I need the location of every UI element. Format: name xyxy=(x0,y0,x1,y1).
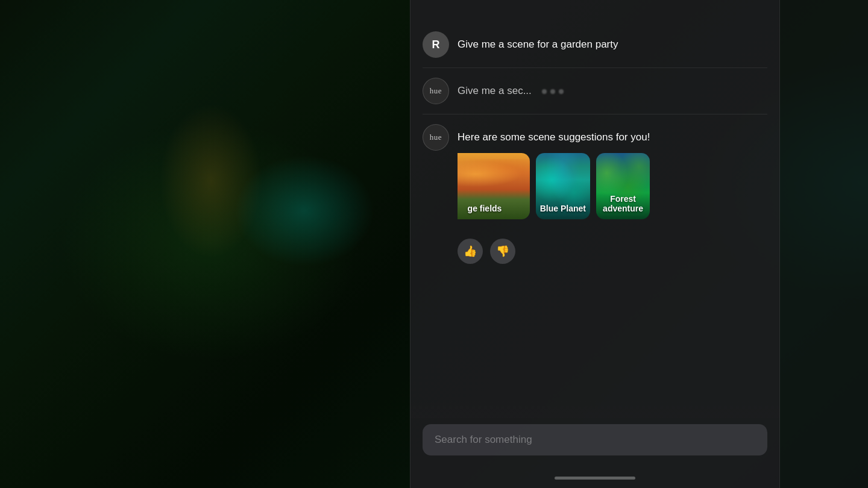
avatar-hue-1: hue xyxy=(423,78,449,104)
dot-2 xyxy=(550,89,555,94)
avatar-user: R xyxy=(423,31,449,58)
search-container xyxy=(410,418,779,468)
thumbs-down-icon: 👎 xyxy=(496,245,509,258)
message-row-hue-scenes: hue Here are some scene suggestions for … xyxy=(423,114,767,229)
search-input[interactable] xyxy=(423,424,767,455)
thumbs-down-button[interactable]: 👎 xyxy=(490,239,515,264)
loading-dots xyxy=(542,89,564,94)
scene-label-orange: ge fields xyxy=(458,204,530,213)
scene-card-blue[interactable]: Blue Planet xyxy=(536,153,590,219)
scene-cards-container: ge fields Blue Planet Forest adventure xyxy=(458,153,650,219)
chat-area: R Give me a scene for a garden party hue… xyxy=(410,12,779,400)
message-text-loading: Give me a sec... xyxy=(458,78,564,98)
scene-label-forest: Forest adventure xyxy=(596,194,650,213)
hue-logo-1: hue xyxy=(430,86,442,96)
avatar-hue-2: hue xyxy=(423,124,449,151)
phone-top xyxy=(410,0,779,12)
scene-card-forest[interactable]: Forest adventure xyxy=(596,153,650,219)
right-panel xyxy=(780,0,868,488)
bg-overlay xyxy=(0,0,410,488)
thumbs-up-icon: 👍 xyxy=(464,245,477,258)
home-bar xyxy=(555,477,635,480)
thumbs-up-button[interactable]: 👍 xyxy=(458,239,483,264)
scene-label-blue: Blue Planet xyxy=(536,204,590,213)
suggestions-section: Here are some scene suggestions for you!… xyxy=(458,124,650,219)
phone-panel: R Give me a scene for a garden party hue… xyxy=(410,0,780,488)
fade-separator xyxy=(410,400,779,418)
message-text-user: Give me a scene for a garden party xyxy=(458,31,618,52)
message-row-hue-loading: hue Give me a sec... xyxy=(423,67,767,114)
home-indicator xyxy=(410,468,779,488)
hue-logo-2: hue xyxy=(430,133,442,142)
dot-1 xyxy=(542,89,547,94)
scene-card-orange[interactable]: ge fields xyxy=(458,153,530,219)
feedback-row: 👍 👎 xyxy=(458,239,767,264)
dot-3 xyxy=(559,89,564,94)
message-row-user: R Give me a scene for a garden party xyxy=(423,22,767,67)
suggestions-label: Here are some scene suggestions for you! xyxy=(458,124,650,145)
scene-orange-detail xyxy=(458,159,530,189)
